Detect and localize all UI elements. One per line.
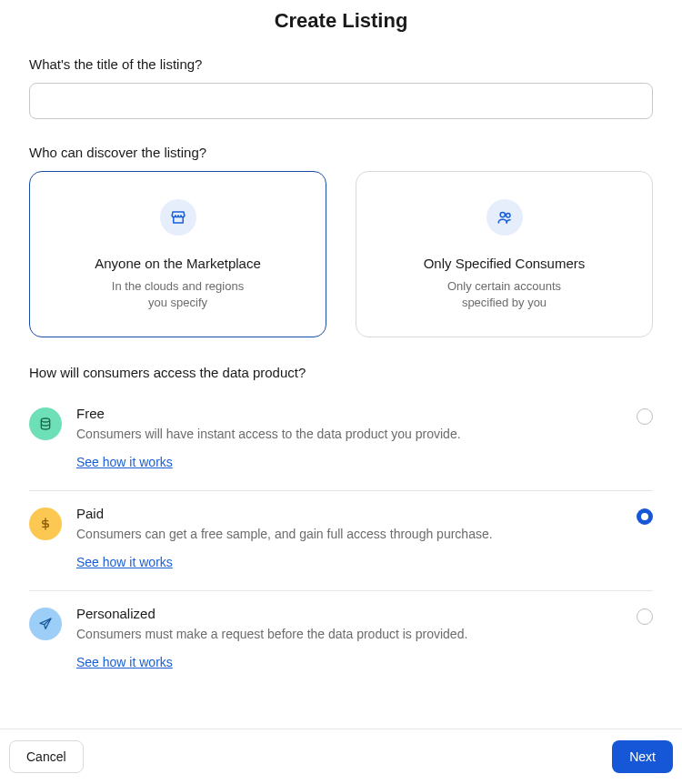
page-title: Create Listing: [29, 9, 653, 33]
marketplace-icon: [160, 199, 196, 236]
discover-card-specified-desc: Only certain accounts specified by you: [447, 278, 561, 311]
send-icon: [29, 608, 62, 640]
access-option-free-desc: Consumers will have instant access to th…: [76, 427, 626, 441]
access-option-paid-title: Paid: [76, 506, 626, 521]
access-option-free-link[interactable]: See how it works: [76, 455, 173, 469]
radio-personalized[interactable]: [637, 608, 653, 625]
dollar-icon: [29, 508, 62, 540]
title-section-label: What's the title of the listing?: [29, 56, 653, 72]
access-option-personalized[interactable]: Personalized Consumers must make a reque…: [29, 591, 653, 690]
access-option-personalized-title: Personalized: [76, 606, 626, 621]
access-option-paid-desc: Consumers can get a free sample, and gai…: [76, 527, 626, 541]
radio-free[interactable]: [637, 408, 653, 425]
discover-card-specified-title: Only Specified Consumers: [424, 256, 586, 271]
database-icon: [29, 407, 62, 440]
svg-point-2: [41, 418, 49, 422]
listing-title-input[interactable]: [29, 83, 653, 119]
footer: Cancel Next: [0, 729, 682, 784]
discover-card-marketplace-title: Anyone on the Marketplace: [95, 256, 261, 271]
discover-card-specified[interactable]: Only Specified Consumers Only certain ac…: [356, 171, 653, 337]
discover-card-marketplace-desc: In the clouds and regions you specify: [112, 278, 244, 311]
radio-paid[interactable]: [637, 508, 653, 525]
svg-point-0: [500, 212, 505, 216]
access-option-paid[interactable]: Paid Consumers can get a free sample, an…: [29, 491, 653, 591]
next-button[interactable]: Next: [612, 740, 673, 773]
access-option-free[interactable]: Free Consumers will have instant access …: [29, 391, 653, 491]
access-section-label: How will consumers access the data produ…: [29, 365, 653, 380]
svg-point-1: [506, 214, 510, 218]
cancel-button[interactable]: Cancel: [9, 740, 84, 773]
discover-section-label: Who can discover the listing?: [29, 145, 653, 160]
access-option-personalized-link[interactable]: See how it works: [76, 655, 173, 669]
discover-card-marketplace[interactable]: Anyone on the Marketplace In the clouds …: [29, 171, 326, 337]
access-option-personalized-desc: Consumers must make a request before the…: [76, 627, 626, 641]
access-option-paid-link[interactable]: See how it works: [76, 555, 173, 569]
access-option-free-title: Free: [76, 406, 626, 421]
users-icon: [486, 199, 523, 236]
